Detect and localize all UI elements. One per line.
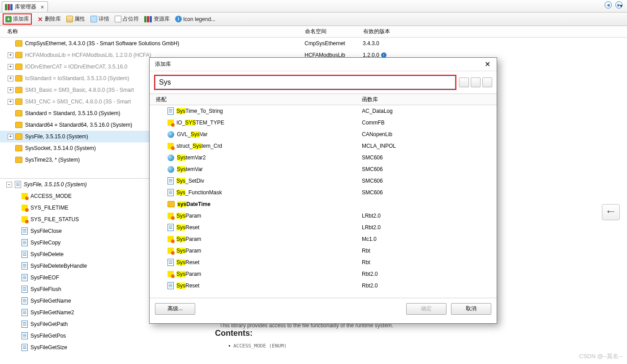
delete-icon: ✕	[37, 16, 43, 22]
details-label: 详情	[99, 15, 109, 23]
result-row[interactable]: SystemVar2SMC606	[150, 152, 497, 163]
view-btn-2[interactable]	[471, 77, 481, 87]
tree-label: SysFile, 3.5.15.0 (System)	[25, 133, 88, 140]
struct-icon	[21, 193, 28, 199]
result-row[interactable]: SysParamRbt2.0	[150, 268, 497, 280]
result-row[interactable]: SysTime_To_StringAC_DataLog	[150, 105, 497, 117]
result-row[interactable]: SysResetLRbt2.0	[150, 222, 497, 233]
details-button[interactable]: 详情	[90, 15, 109, 23]
lib-text: Mc1.0	[360, 236, 497, 242]
tree-item[interactable]: SysFileGetSize	[0, 342, 206, 353]
tab-close-icon[interactable]: ×	[41, 4, 44, 10]
close-icon[interactable]: ✕	[483, 60, 491, 69]
view-buttons	[459, 77, 492, 87]
globe-icon	[167, 166, 174, 173]
properties-button[interactable]: 属性	[66, 15, 85, 23]
match-text: SysParam	[176, 248, 201, 254]
toolbar: + 添加库 ✕ 删除库 属性 详情 占位符 资源库 i Icon legend.…	[0, 13, 627, 26]
advanced-button[interactable]: 高级...	[155, 303, 195, 315]
folder-icon	[15, 110, 22, 116]
result-row[interactable]: Sys_FunctionMaskSMC606	[150, 187, 497, 198]
match-text: SysTime_To_String	[176, 108, 223, 114]
resource-library-button[interactable]: 资源库	[144, 15, 170, 23]
view-btn-3[interactable]	[482, 77, 492, 87]
results-header: 搭配 函数库	[150, 94, 497, 105]
tree-row[interactable]: CmpSysEthernet, 3.4.3.0 (3S - Smart Soft…	[0, 38, 300, 49]
col-name: 名称	[7, 28, 305, 35]
match-text: SysReset	[176, 224, 199, 231]
tree-right-columns: CmpSysEthernet3.4.3.0 HCFAModbusLib1.2.0…	[305, 38, 493, 60]
match-text: Sys_SetDiv	[176, 178, 204, 184]
back-button[interactable]: ⭠	[602, 204, 620, 220]
result-row[interactable]: SystemVarSMC606	[150, 163, 497, 175]
expand-icon[interactable]: +	[8, 52, 13, 58]
view-btn-1[interactable]	[459, 77, 469, 87]
ok-button[interactable]: 确定	[406, 303, 447, 315]
expand-icon[interactable]: +	[8, 99, 13, 105]
lib-text: SMC606	[360, 189, 497, 196]
lib-text: CommFB	[360, 120, 497, 126]
cancel-button[interactable]: 取消	[451, 303, 491, 315]
expand-icon[interactable]: +	[8, 87, 13, 93]
result-row[interactable]: IO_SYSTEM_TYPECommFB	[150, 117, 497, 128]
icon-legend-button[interactable]: i Icon legend...	[175, 16, 215, 22]
tab-library-manager[interactable]: 库管理器 ×	[2, 1, 48, 12]
match-text: SysParam	[176, 271, 201, 277]
column-header: 名称 命名空间 有效的版本	[0, 26, 627, 38]
placeholder-button[interactable]: 占位符	[115, 15, 139, 23]
match-text: SysParam	[176, 236, 201, 242]
dialog-title: 添加库	[155, 60, 171, 68]
contents-heading: Contents:	[215, 329, 582, 338]
document-icon	[21, 227, 28, 235]
item-label: SysFileDeleteByHandle	[30, 263, 87, 269]
item-label: SysFileDelete	[30, 251, 64, 257]
result-row[interactable]: SysResetRbt	[150, 257, 497, 268]
nav-back-icon[interactable]: ◄	[605, 1, 612, 9]
item-label: SysFileGetPos	[30, 333, 66, 339]
tree-label: Standard = Standard, 3.5.15.0 (System)	[25, 110, 120, 116]
search-wrap	[154, 75, 456, 90]
result-row[interactable]: sysDateTime	[150, 198, 497, 210]
folder-icon	[15, 145, 22, 151]
expand-icon[interactable]: +	[8, 64, 13, 70]
item-label: SysFileGetName2	[30, 309, 74, 316]
folder-icon	[167, 201, 175, 207]
result-row[interactable]: SysParamLRbt2.0	[150, 210, 497, 222]
tree-item[interactable]: SysFileGetPos	[0, 330, 206, 342]
document-icon	[21, 297, 28, 304]
folder-icon	[15, 157, 22, 163]
placeholder-icon	[115, 16, 121, 22]
result-row[interactable]: SysParamMc1.0	[150, 233, 497, 245]
item-label: SysFileGetName	[30, 298, 71, 304]
tab-title: 库管理器	[15, 3, 36, 11]
add-library-label: 添加库	[13, 15, 29, 23]
struct-icon	[167, 143, 174, 149]
result-row[interactable]: SysResetRbt2.0	[150, 280, 497, 291]
result-row[interactable]: struct_System_CrdMCLA_INPOL	[150, 140, 497, 152]
result-row[interactable]: GVL_SysVarCANopenLib	[150, 128, 497, 140]
item-label: SysFileClose	[30, 228, 62, 234]
nav-forward-icon[interactable]: ►	[615, 1, 623, 9]
lib-text: MCLA_INPOL	[360, 143, 497, 149]
expand-icon[interactable]: +	[8, 76, 13, 81]
lib-text: AC_DataLog	[360, 108, 497, 114]
lib-text: CANopenLib	[360, 131, 497, 137]
col-version: 有效的版本	[363, 28, 412, 35]
folder-icon	[15, 133, 22, 140]
expand-icon[interactable]: +	[8, 134, 13, 140]
lib-text: LRbt2.0	[360, 213, 497, 219]
struct-icon	[167, 248, 174, 254]
delete-library-button[interactable]: ✕ 删除库	[37, 15, 61, 23]
add-library-dialog: 添加库 ✕ 搭配 函数库 SysTime_To_StringAC_DataLog…	[149, 57, 497, 324]
lib-text: Rbt2.0	[360, 271, 497, 277]
add-library-button[interactable]: + 添加库	[3, 13, 32, 25]
results-list[interactable]: SysTime_To_StringAC_DataLogIO_SYSTEM_TYP…	[150, 105, 497, 298]
item-label: SYS_FILE_STATUS	[30, 216, 79, 223]
info-icon: i	[175, 16, 182, 22]
struct-icon	[21, 216, 28, 223]
collapse-icon[interactable]: −	[6, 182, 12, 188]
result-row[interactable]: SysParamRbt	[150, 245, 497, 257]
document-icon	[167, 224, 174, 231]
search-input[interactable]	[155, 76, 455, 89]
result-row[interactable]: Sys_SetDivSMC606	[150, 175, 497, 187]
